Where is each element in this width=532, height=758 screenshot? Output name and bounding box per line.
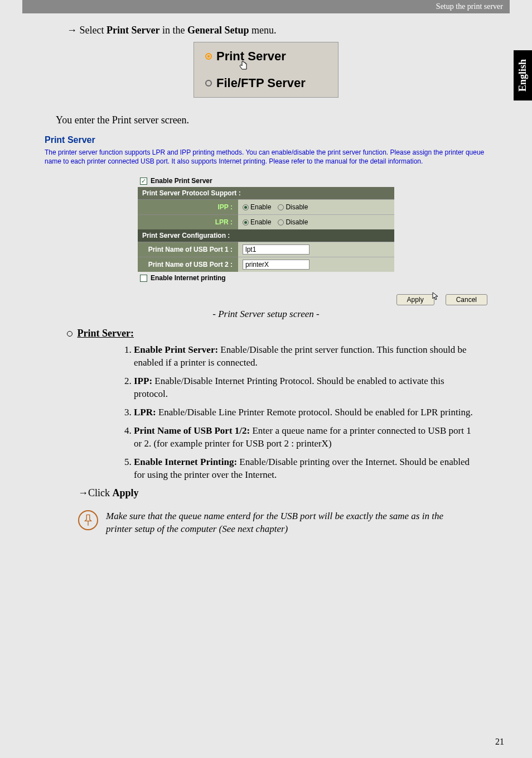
list-item: Print Name of USB Port 1/2: Enter a queu… (134, 425, 476, 450)
ipp-disable[interactable]: Disable (278, 203, 308, 211)
ipp-enable[interactable]: Enable (243, 203, 271, 211)
click-apply-instruction: →Click Apply (78, 487, 487, 499)
arrow-icon: → (67, 25, 77, 36)
sect-config: Print Server Configuration : (138, 229, 394, 242)
cancel-button[interactable]: Cancel (446, 294, 487, 305)
apply-button[interactable]: Apply (396, 294, 434, 305)
instr-bold2: General Setup (187, 25, 249, 36)
sect-protocol: Print Server Protocol Support : (138, 187, 394, 199)
list-item: Enable Internet Printing: Enable/Disable… (134, 456, 476, 482)
click-pre: Click (88, 487, 113, 498)
li1-b: IPP: (134, 376, 152, 386)
checkbox-unchecked-icon (140, 275, 147, 282)
click-bold: Apply (113, 487, 139, 498)
instr-bold1: Print Server (107, 25, 159, 36)
li2-t: Enable/Disable Line Printer Remote proto… (156, 407, 473, 418)
menu-opt1-label: Print Server (216, 49, 286, 64)
note-text: Make sure that the queue name enterd for… (106, 510, 465, 536)
row-port2-label: Print Name of USB Port 2 : (138, 257, 238, 272)
opt-enable-label: Enable (250, 203, 271, 211)
li2-b: LPR: (134, 407, 156, 418)
port2-input[interactable] (243, 260, 309, 270)
lpr-enable[interactable]: Enable (243, 218, 271, 226)
screenshot-caption: - Print Server setup screen - (45, 309, 487, 320)
row-ipp-label: IPP : (138, 199, 238, 214)
checkbox-checked-icon: ✓ (140, 177, 147, 185)
row-port1-label: Print Name of USB Port 1 : (138, 242, 238, 257)
body-text-enter: You enter the Print server screen. (56, 114, 487, 126)
li4-b: Enable Internet Printing: (134, 457, 237, 467)
list-item: Enable Print Server: Enable/Disable the … (134, 344, 476, 370)
instruction-select: → Select Print Server in the General Set… (67, 25, 487, 36)
menu-opt-fileftp[interactable]: File/FTP Server (205, 76, 327, 90)
ps-title: Print Server (45, 135, 487, 145)
page-number: 21 (495, 737, 504, 747)
list-item: IPP: Enable/Disable Internet Printing Pr… (134, 375, 476, 401)
instr-suffix: menu. (249, 25, 276, 36)
chk-internet-label: Enable Internet printing (151, 274, 226, 282)
section-print-server: Print Server: (67, 328, 487, 339)
chk-enable-row[interactable]: ✓ Enable Print Server (138, 175, 394, 187)
radio-icon (205, 80, 212, 87)
arrow-icon: → (78, 487, 88, 498)
row-lpr-label: LPR : (138, 214, 238, 229)
opt-enable-label2: Enable (250, 218, 271, 226)
opt-disable-label2: Disable (286, 218, 308, 226)
instr-mid: in the (159, 25, 187, 36)
instr-prefix: Select (80, 25, 107, 36)
note-pin-icon (78, 510, 98, 530)
li3-b: Print Name of USB Port 1/2: (134, 425, 250, 436)
li0-b: Enable Print Server: (134, 344, 218, 355)
menu-screenshot: Print Server File/FTP Server (194, 42, 338, 98)
lpr-disable[interactable]: Disable (278, 218, 308, 226)
ps-desc: The printer server function supports LPR… (45, 148, 487, 166)
print-server-config-screenshot: Print Server The printer server function… (45, 135, 487, 305)
opt-disable-label: Disable (286, 203, 308, 211)
chk-internet-row[interactable]: Enable Internet printing (138, 272, 394, 284)
menu-opt2-label: File/FTP Server (216, 76, 306, 90)
cursor-arrow-icon (432, 292, 440, 304)
numbered-list: Enable Print Server: Enable/Disable the … (134, 344, 476, 481)
radio-icon (205, 53, 212, 60)
header-breadcrumb: Setup the print server (22, 0, 510, 13)
bullet-icon (67, 331, 72, 337)
port1-input[interactable] (243, 244, 309, 255)
language-tab: English (514, 50, 532, 100)
section-label-text: Print Server: (78, 328, 134, 339)
list-item: LPR: Enable/Disable Line Printer Remote … (134, 406, 476, 419)
note-box: Make sure that the queue name enterd for… (78, 510, 465, 536)
chk-enable-label: Enable Print Server (151, 177, 212, 185)
li1-t: Enable/Disable Internet Printing Protoco… (134, 376, 444, 399)
